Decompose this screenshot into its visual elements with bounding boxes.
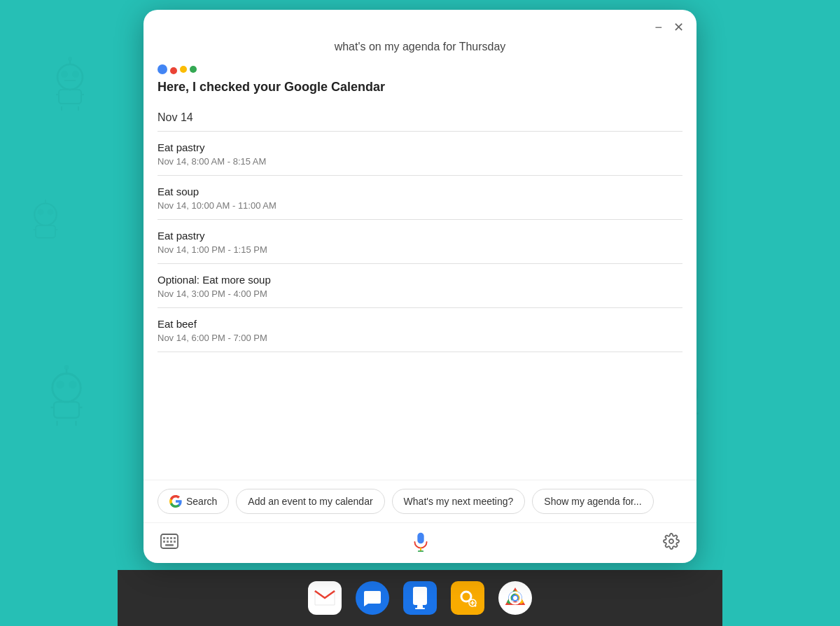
event-title-4: Optional: Eat more soup xyxy=(158,274,682,286)
svg-rect-15 xyxy=(36,225,55,238)
svg-point-12 xyxy=(38,209,43,214)
svg-rect-59 xyxy=(167,541,169,543)
svg-point-4 xyxy=(69,57,71,60)
mic-area xyxy=(181,532,660,555)
dot-blue xyxy=(158,64,167,74)
close-button[interactable]: ✕ xyxy=(672,20,685,35)
svg-point-18 xyxy=(52,374,81,403)
svg-point-2 xyxy=(73,71,78,77)
dot-green xyxy=(190,66,197,73)
svg-rect-61 xyxy=(174,541,176,543)
input-bar xyxy=(144,522,696,563)
svg-rect-23 xyxy=(54,402,79,418)
taskbar xyxy=(118,570,722,626)
svg-rect-5 xyxy=(59,90,81,104)
event-time-3: Nov 14, 1:00 PM - 1:15 PM xyxy=(158,244,682,255)
event-title-5: Eat beef xyxy=(158,318,682,330)
svg-rect-60 xyxy=(170,541,172,543)
minimize-button[interactable]: − xyxy=(653,20,664,35)
svg-point-1 xyxy=(62,71,67,77)
event-item-4: Optional: Eat more soup Nov 14, 3:00 PM … xyxy=(158,264,682,307)
dot-yellow xyxy=(180,66,187,73)
chip-next-meeting-label: What's my next meeting? xyxy=(404,496,514,507)
mic-button[interactable] xyxy=(411,532,430,555)
svg-point-19 xyxy=(57,382,64,388)
event-time-1: Nov 14, 8:00 AM - 8:15 AM xyxy=(158,156,682,167)
svg-point-20 xyxy=(70,382,76,388)
svg-rect-55 xyxy=(167,537,169,539)
event-item-3: Eat pastry Nov 14, 1:00 PM - 1:15 PM xyxy=(158,220,682,263)
event-item-1: Eat pastry Nov 14, 8:00 AM - 8:15 AM xyxy=(158,132,682,175)
svg-point-11 xyxy=(34,204,57,226)
chip-search[interactable]: Search xyxy=(158,489,229,514)
svg-point-0 xyxy=(57,64,83,90)
taskbar-settings-icon[interactable] xyxy=(451,581,484,615)
svg-rect-54 xyxy=(163,537,165,539)
taskbar-messages-icon[interactable] xyxy=(356,581,389,615)
google-g-icon xyxy=(169,495,182,508)
taskbar-keep-icon[interactable] xyxy=(403,581,437,615)
dot-red xyxy=(170,67,177,74)
event-time-5: Nov 14, 6:00 PM - 7:00 PM xyxy=(158,333,682,343)
svg-point-13 xyxy=(48,209,53,214)
keyboard-icon[interactable] xyxy=(158,531,181,555)
svg-rect-67 xyxy=(415,608,425,609)
svg-rect-57 xyxy=(174,537,176,539)
event-time-2: Nov 14, 10:00 AM - 11:00 AM xyxy=(158,200,682,211)
svg-rect-65 xyxy=(413,587,427,605)
svg-rect-63 xyxy=(417,532,424,543)
event-time-4: Nov 14, 3:00 PM - 4:00 PM xyxy=(158,288,682,299)
divider-5 xyxy=(158,352,682,352)
chip-show-agenda-label: Show my agenda for... xyxy=(544,496,641,507)
svg-point-22 xyxy=(65,366,69,369)
svg-point-79 xyxy=(513,596,517,600)
settings-icon[interactable] xyxy=(660,530,682,556)
svg-rect-58 xyxy=(163,541,165,543)
date-header: Nov 14 xyxy=(158,103,682,131)
event-item-5: Eat beef Nov 14, 6:00 PM - 7:00 PM xyxy=(158,308,682,352)
svg-rect-56 xyxy=(170,537,172,539)
event-title-3: Eat pastry xyxy=(158,230,682,242)
svg-rect-62 xyxy=(165,544,174,546)
event-title-2: Eat soup xyxy=(158,186,682,197)
chip-show-agenda[interactable]: Show my agenda for... xyxy=(532,489,653,514)
chip-search-label: Search xyxy=(186,496,217,507)
event-item-2: Eat soup Nov 14, 10:00 AM - 11:00 AM xyxy=(158,176,682,219)
query-text: what's on my agenda for Thursday xyxy=(144,35,696,64)
chip-next-meeting[interactable]: What's my next meeting? xyxy=(392,489,526,514)
chip-add-event-label: Add an event to my calendar xyxy=(248,496,372,507)
chips-area: Search Add an event to my calendar What'… xyxy=(144,480,696,522)
chip-add-event[interactable]: Add an event to my calendar xyxy=(236,489,384,514)
event-title-1: Eat pastry xyxy=(158,141,682,153)
assistant-logo xyxy=(144,64,696,80)
response-header: Here, I checked your Google Calendar xyxy=(144,80,696,103)
taskbar-gmail-icon[interactable] xyxy=(308,581,342,615)
window-controls: − ✕ xyxy=(144,10,696,35)
assistant-dialog: − ✕ what's on my agenda for Thursday Her… xyxy=(144,10,696,563)
taskbar-chrome-icon[interactable] xyxy=(498,581,532,615)
response-area[interactable]: Nov 14 Eat pastry Nov 14, 8:00 AM - 8:15… xyxy=(144,103,696,480)
